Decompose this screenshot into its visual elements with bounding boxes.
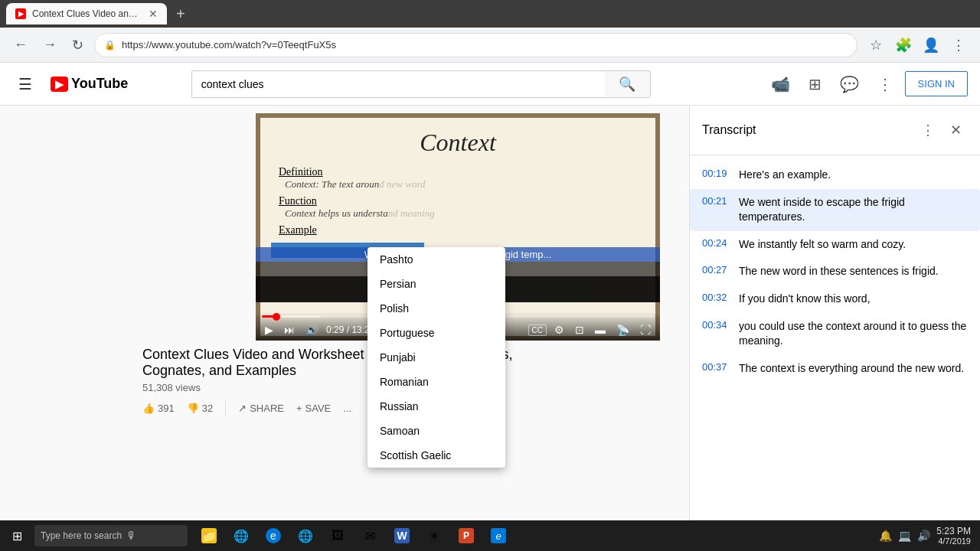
notifications-button[interactable]: 💬 — [834, 72, 865, 96]
create-button[interactable]: 📹 — [765, 72, 796, 96]
dropdown-item-persian[interactable]: Persian — [368, 272, 505, 296]
address-text: https://www.youtube.com/watch?v=0TeeqtFu… — [122, 39, 848, 51]
transcript-panel: Transcript ⋮ ✕ 00:19 Here's an example. … — [689, 106, 980, 551]
tab-favicon: ▶ — [15, 8, 26, 19]
new-tab-button[interactable]: + — [170, 2, 191, 26]
start-button[interactable]: ⊞ — [3, 526, 31, 546]
definition-title: Definition — [279, 166, 323, 178]
video-frame-list: DefinitionContext: The text around new w… — [271, 166, 645, 236]
taskbar-app-mail[interactable]: ✉ — [354, 520, 385, 551]
apps-button[interactable]: ⊞ — [802, 72, 828, 96]
transcript-item-0019[interactable]: 00:19 Here's an example. — [690, 161, 980, 189]
sign-in-button[interactable]: SIGN IN — [905, 71, 968, 96]
taskbar-app-weather[interactable]: ☀ — [419, 520, 449, 551]
display-sys-button[interactable]: 💻 — [898, 530, 911, 542]
save-icon: + — [296, 403, 302, 414]
browser-actions: ☆ 🧩 👤 ⋮ — [864, 33, 971, 57]
youtube-header: ☰ ▶ YouTube 🔍 📹 ⊞ 💬 ⋮ SIGN IN — [0, 63, 980, 106]
dropdown-item-romanian[interactable]: Romanian — [368, 370, 505, 394]
save-button[interactable]: + SAVE — [296, 399, 331, 417]
more-options-button[interactable]: ⋮ — [871, 72, 899, 96]
transcript-text: If you didn't know this word, — [739, 292, 871, 307]
search-button[interactable]: 🔍 — [605, 70, 651, 98]
extensions-button[interactable]: 🧩 — [891, 33, 916, 57]
more-button[interactable]: ... — [343, 399, 351, 417]
language-dropdown: Pashto Persian Polish Portuguese Punjabi… — [368, 247, 505, 468]
taskbar-apps: 📁 🌐 e 🌐 🖼 ✉ W ☀ P e — [194, 520, 514, 551]
like-button[interactable]: 👍 391 — [142, 399, 175, 417]
transcript-time: 00:19 — [702, 168, 730, 183]
video-frame-title: Context — [271, 129, 645, 157]
transcript-item-0037[interactable]: 00:37 The context is everything around t… — [690, 355, 980, 383]
taskbar-app-ie[interactable]: 🌐 — [290, 520, 321, 551]
chrome-icon: 🌐 — [234, 528, 249, 543]
transcript-time: 00:34 — [702, 319, 730, 349]
dropdown-item-samoan[interactable]: Samoan — [368, 419, 505, 443]
refresh-button[interactable]: ↻ — [67, 34, 88, 57]
forward-button[interactable]: → — [38, 34, 61, 56]
transcript-text: you could use the context around it to g… — [739, 319, 968, 349]
taskbar-search[interactable]: Type here to search 🎙 — [34, 525, 188, 546]
tab-title: Context Clues Video and Works... — [32, 8, 139, 19]
share-button[interactable]: ↗ SHARE — [238, 399, 284, 417]
youtube-logo[interactable]: ▶ YouTube — [51, 76, 128, 92]
transcript-item-0032[interactable]: 00:32 If you didn't know this word, — [690, 285, 980, 313]
miniplayer-button[interactable]: ⊡ — [572, 322, 587, 337]
progress-fill — [262, 315, 276, 318]
transcript-close-button[interactable]: ✕ — [943, 118, 968, 142]
dropdown-item-polish[interactable]: Polish — [368, 296, 505, 321]
transcript-header: Transcript ⋮ ✕ — [690, 106, 980, 155]
windows-taskbar: ⊞ Type here to search 🎙 📁 🌐 e 🌐 🖼 ✉ W ☀ — [0, 520, 980, 551]
taskbar-clock[interactable]: 5:23 PM 4/7/2019 — [936, 526, 971, 546]
next-button[interactable]: ⏭ — [281, 322, 298, 337]
search-input[interactable] — [191, 70, 605, 98]
transcript-time: 00:21 — [702, 195, 730, 225]
dislike-button[interactable]: 👎 32 — [187, 399, 213, 417]
tab-close-button[interactable]: ✕ — [149, 8, 158, 20]
ie-icon: 🌐 — [298, 528, 313, 543]
transcript-item-0034[interactable]: 00:34 you could use the context around i… — [690, 313, 980, 355]
weather-icon: ☀ — [426, 528, 442, 543]
dropdown-item-punjabi[interactable]: Punjabi — [368, 345, 505, 370]
taskbar-app-edge[interactable]: e — [258, 520, 289, 551]
dropdown-item-portuguese[interactable]: Portuguese — [368, 321, 505, 345]
play-button[interactable]: ▶ — [262, 322, 276, 337]
taskbar-app-powerpoint[interactable]: P — [451, 520, 482, 551]
video-frame-content: Context DefinitionContext: The text arou… — [271, 129, 645, 258]
transcript-time: 00:32 — [702, 292, 730, 307]
taskbar-app-photos[interactable]: 🖼 — [322, 520, 353, 551]
settings-button[interactable]: ⚙ — [551, 322, 567, 337]
dropdown-item-russian[interactable]: Russian — [368, 394, 505, 419]
taskbar-search-mic: 🎙 — [126, 530, 137, 542]
back-button[interactable]: ← — [9, 34, 32, 56]
menu-button[interactable]: ☰ — [12, 72, 38, 96]
browser-chrome: ▶ Context Clues Video and Works... ✕ + — [0, 0, 980, 28]
volume-sys-button[interactable]: 🔊 — [917, 530, 930, 542]
bookmark-button[interactable]: ☆ — [864, 33, 888, 57]
notifications-sys-button[interactable]: 🔔 — [879, 530, 892, 542]
ie2-icon: e — [491, 528, 506, 543]
transcript-item-0027[interactable]: 00:27 The new word in these sentences is… — [690, 258, 980, 285]
address-bar-row: ← → ↻ 🔒 https://www.youtube.com/watch?v=… — [0, 28, 980, 63]
volume-button[interactable]: 🔊 — [302, 322, 322, 337]
video-area: Context DefinitionContext: The text arou… — [0, 106, 689, 551]
profile-button[interactable]: 👤 — [919, 33, 943, 57]
taskbar-app-ie2[interactable]: e — [483, 520, 514, 551]
dropdown-item-scottish-gaelic[interactable]: Scottish Gaelic — [368, 443, 505, 468]
powerpoint-icon: P — [459, 528, 474, 543]
theater-button[interactable]: ▬ — [592, 322, 609, 337]
edge-icon: e — [266, 528, 281, 543]
cc-button[interactable]: CC — [528, 324, 547, 336]
browser-tab[interactable]: ▶ Context Clues Video and Works... ✕ — [6, 3, 167, 24]
fullscreen-button[interactable]: ⛶ — [637, 322, 654, 337]
transcript-item-0021[interactable]: 00:21 We went inside to escape the frigi… — [690, 189, 980, 231]
address-bar[interactable]: 🔒 https://www.youtube.com/watch?v=0Teeqt… — [94, 33, 858, 57]
taskbar-app-file-explorer[interactable]: 📁 — [194, 520, 224, 551]
taskbar-app-chrome[interactable]: 🌐 — [226, 520, 256, 551]
transcript-more-button[interactable]: ⋮ — [916, 118, 940, 142]
dropdown-item-pashto[interactable]: Pashto — [368, 247, 505, 272]
browser-menu-button[interactable]: ⋮ — [946, 33, 971, 57]
taskbar-app-word[interactable]: W — [387, 520, 417, 551]
cast-button[interactable]: 📡 — [613, 322, 632, 337]
transcript-item-0024[interactable]: 00:24 We instantly felt so warm and cozy… — [690, 231, 980, 259]
